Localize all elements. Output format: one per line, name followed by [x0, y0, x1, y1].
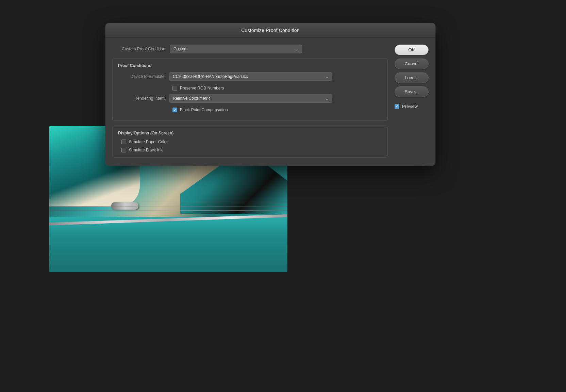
simulate-paper-checkbox[interactable]: [121, 140, 126, 144]
simulate-paper-label: Simulate Paper Color: [129, 140, 168, 144]
custom-proof-condition-row: Custom Proof Condition: Custom: [112, 45, 388, 53]
proof-conditions-section: Proof Conditions Device to Simulate: CCP…: [112, 58, 388, 121]
preview-row: Preview: [395, 104, 429, 109]
device-simulate-dropdown[interactable]: CCP-3880-HDPK-HANphotoRagPearl.icc: [169, 72, 332, 81]
save-button[interactable]: Save...: [395, 86, 429, 97]
ok-button[interactable]: OK: [395, 45, 429, 55]
display-options-section: Display Options (On-Screen) Simulate Pap…: [112, 126, 388, 158]
rendering-intent-label: Rendering Intent:: [118, 96, 169, 101]
preview-checkbox[interactable]: [395, 104, 399, 109]
device-simulate-label: Device to Simulate:: [118, 74, 169, 79]
custom-proof-dropdown-wrapper: Custom: [170, 45, 302, 53]
black-point-row: Black Point Compensation: [118, 108, 382, 112]
dialog-title: Customize Proof Condition: [241, 28, 300, 33]
display-options-title: Display Options (On-Screen): [118, 131, 382, 135]
proof-conditions-title: Proof Conditions: [118, 63, 382, 68]
dialog-sidebar: OK Cancel Load... Save... Preview: [395, 45, 429, 159]
simulate-black-row: Simulate Black Ink: [118, 148, 382, 152]
device-simulate-row: Device to Simulate: CCP-3880-HDPK-HANpho…: [118, 72, 382, 81]
cancel-button[interactable]: Cancel: [395, 59, 429, 69]
rendering-intent-dropdown[interactable]: Relative Colorimetric: [169, 94, 332, 103]
preserve-rgb-label: Preserve RGB Numbers: [180, 86, 224, 91]
load-button[interactable]: Load...: [395, 72, 429, 83]
custom-proof-dropdown[interactable]: Custom: [170, 45, 302, 53]
customize-proof-dialog: Customize Proof Condition Custom Proof C…: [105, 23, 435, 166]
preview-label: Preview: [402, 104, 418, 109]
black-point-checkbox[interactable]: [172, 108, 177, 112]
preserve-rgb-row: Preserve RGB Numbers: [118, 86, 382, 91]
dialog-main-content: Custom Proof Condition: Custom Proof Con…: [112, 45, 388, 159]
rendering-intent-dropdown-wrapper: Relative Colorimetric: [169, 94, 332, 103]
preserve-rgb-checkbox[interactable]: [172, 86, 177, 91]
dialog-titlebar: Customize Proof Condition: [105, 23, 435, 38]
device-simulate-dropdown-wrapper: CCP-3880-HDPK-HANphotoRagPearl.icc: [169, 72, 332, 81]
black-point-label: Black Point Compensation: [180, 108, 228, 112]
simulate-black-checkbox[interactable]: [121, 148, 126, 152]
simulate-black-label: Simulate Black Ink: [129, 148, 163, 152]
simulate-paper-row: Simulate Paper Color: [118, 140, 382, 144]
custom-proof-label: Custom Proof Condition:: [114, 47, 170, 51]
rendering-intent-row: Rendering Intent: Relative Colorimetric: [118, 94, 382, 103]
